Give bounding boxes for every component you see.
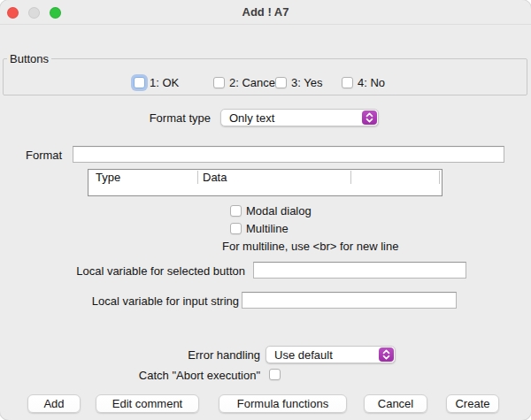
table-header-data: Data [203,171,227,184]
checkbox-box [230,223,242,234]
dialog-window: Add ! A7 Buttons 1: OK 2: Cancel 3: Yes … [0,0,531,420]
local-var-input-string-input[interactable] [242,292,457,309]
checkbox-label: 1: OK [150,76,179,89]
titlebar: Add ! A7 [0,0,531,25]
multiline-hint: For multiline, use <br> for new line [222,240,398,253]
edit-comment-button[interactable]: Edit comment [96,394,199,413]
checkbox-2-cancel[interactable]: 2: Cancel [213,76,278,88]
error-handling-label: Error handling [165,348,260,362]
checkbox-4-no[interactable]: 4: No [342,76,385,88]
checkbox-3-yes[interactable]: 3: Yes [275,76,322,88]
popup-value: Use default [274,348,333,362]
modal-dialog-checkbox[interactable]: Modal dialog [230,204,312,217]
checkbox-label: 2: Cancel [229,76,278,89]
format-type-popup[interactable]: Only text [220,109,379,126]
catch-abort-label: Catch "Abort execution" [119,369,260,382]
table-column-divider [439,171,440,184]
checkbox-1-ok[interactable]: 1: OK [134,76,179,88]
table-header-type: Type [96,171,120,184]
checkbox-box [134,77,145,88]
checkbox-box [275,77,287,88]
checkbox-label: Multiline [246,222,289,235]
chevron-up-down-icon [362,111,377,125]
multiline-checkbox[interactable]: Multiline [230,222,289,234]
catch-abort-checkbox[interactable] [269,368,281,380]
type-data-table[interactable]: Type Data [88,169,442,196]
error-handling-popup[interactable]: Use default [266,346,396,363]
popup-value: Only text [229,111,274,125]
checkbox-box [269,369,281,380]
chevron-up-down-icon [379,347,394,362]
buttons-group-label: Buttons [7,52,51,65]
local-var-selected-button-input[interactable] [253,262,466,279]
table-column-divider [197,171,198,184]
table-column-divider [350,171,351,184]
checkbox-label: Modal dialog [246,204,312,218]
checkbox-label: 3: Yes [291,76,322,89]
cancel-button[interactable]: Cancel [364,394,427,413]
add-button[interactable]: Add [27,394,81,413]
checkbox-label: 4: No [358,76,385,89]
checkbox-box [213,77,225,88]
local-var-input-string-label: Local variable for input string [50,294,239,308]
local-var-selected-button-label: Local variable for selected button [50,264,245,278]
format-input[interactable] [73,146,504,163]
checkbox-box [230,205,242,217]
create-button[interactable]: Create [446,394,499,413]
format-type-label: Format type [122,111,211,125]
checkbox-box [342,77,353,88]
formula-functions-button[interactable]: Formula functions [219,394,347,413]
format-label: Format [26,149,62,162]
window-title: Add ! A7 [0,5,531,19]
